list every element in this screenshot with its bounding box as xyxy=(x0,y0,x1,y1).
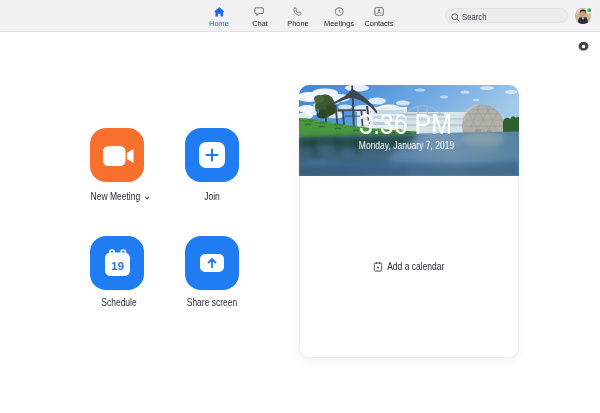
svg-text:19: 19 xyxy=(111,260,124,272)
